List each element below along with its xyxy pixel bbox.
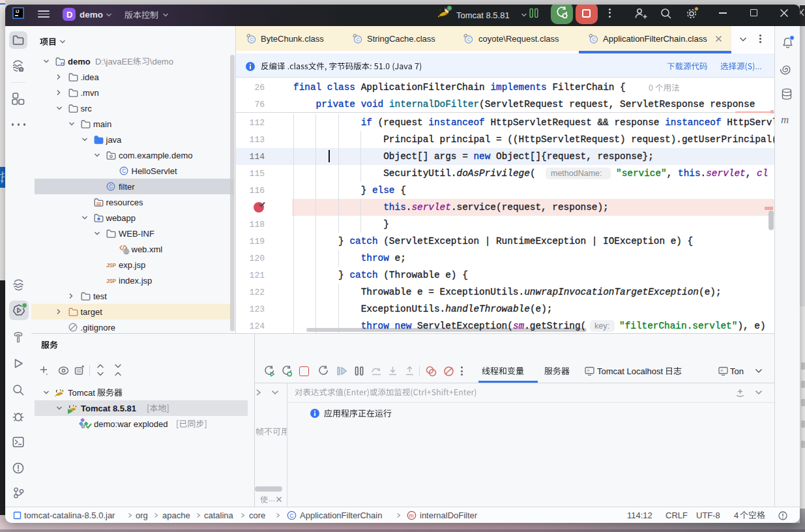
svg-text:C: C xyxy=(357,37,360,42)
svg-text:JSP: JSP xyxy=(106,278,117,284)
svg-text:C: C xyxy=(593,37,596,42)
svg-text:C: C xyxy=(109,183,113,190)
svg-text:C: C xyxy=(467,37,471,42)
svg-text:?: ? xyxy=(20,68,23,72)
svg-text:IJ: IJ xyxy=(16,9,20,14)
svg-text:m: m xyxy=(409,512,414,519)
svg-text:C: C xyxy=(289,512,294,519)
svg-text:C: C xyxy=(122,168,126,174)
svg-text:C: C xyxy=(250,37,254,42)
svg-text:JSP: JSP xyxy=(106,263,117,269)
